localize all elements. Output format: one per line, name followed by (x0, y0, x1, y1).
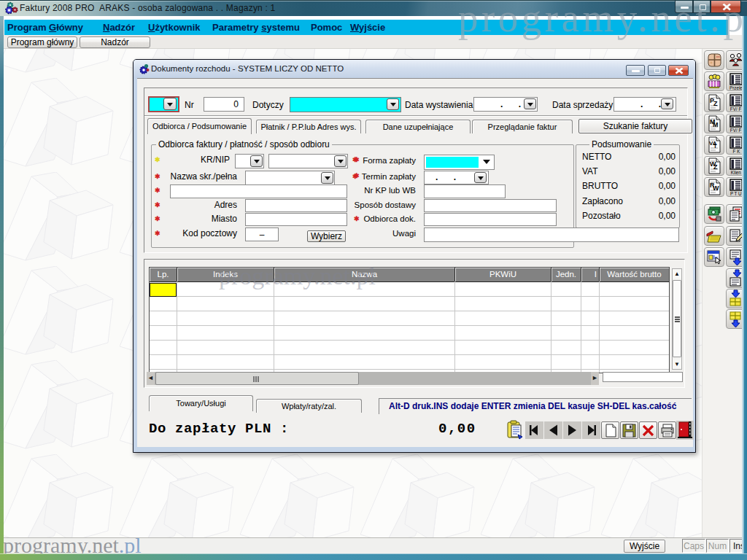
svg-text:Z: Z (713, 163, 718, 171)
svg-text:Z: Z (713, 100, 718, 107)
svg-text:T: T (713, 143, 717, 149)
svg-text:W: W (713, 184, 719, 192)
svg-text:M: M (713, 121, 719, 128)
